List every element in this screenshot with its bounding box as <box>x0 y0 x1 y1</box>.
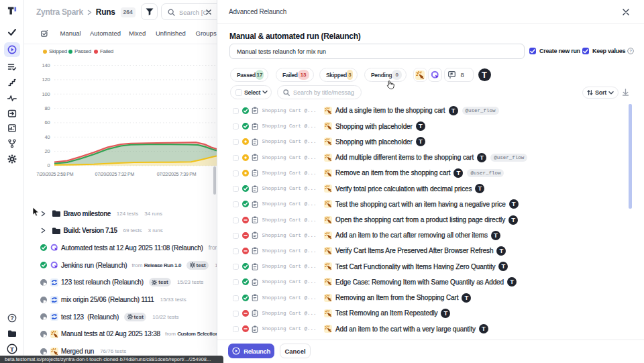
svg-text:07/22/2025 7:39 PM: 07/22/2025 7:39 PM <box>157 172 197 176</box>
svg-text:07/20/2025 7:32 PM: 07/20/2025 7:32 PM <box>95 172 135 176</box>
svg-text:?: ? <box>629 49 632 53</box>
svg-text:60: 60 <box>45 119 50 125</box>
svg-text:20: 20 <box>45 148 50 154</box>
svg-text:140: 140 <box>42 62 50 68</box>
svg-text:120: 120 <box>42 76 50 83</box>
svg-text:0: 0 <box>48 162 50 168</box>
svg-text:80: 80 <box>45 105 50 111</box>
svg-text:7/20/2025 2:58 PM: 7/20/2025 2:58 PM <box>36 172 73 176</box>
svg-text:T: T <box>10 345 14 352</box>
svg-text:100: 100 <box>42 91 50 97</box>
svg-text:?: ? <box>10 315 13 321</box>
svg-text:40: 40 <box>45 134 50 140</box>
